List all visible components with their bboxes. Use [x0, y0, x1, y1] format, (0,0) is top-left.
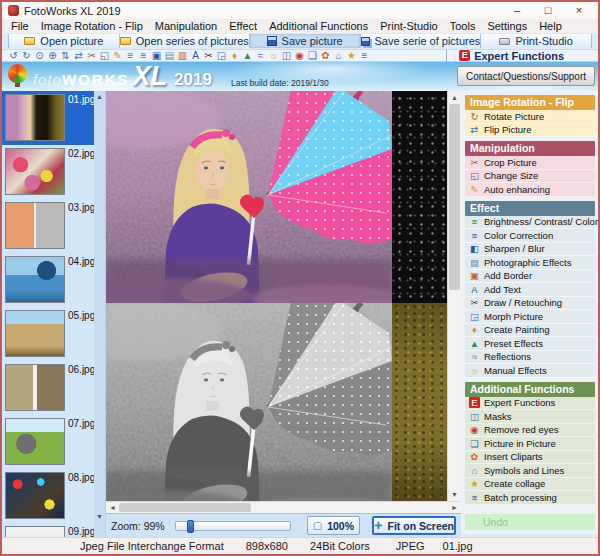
sharpen-blur-icon[interactable]: ▣ [150, 50, 163, 62]
zoom-100-button[interactable]: ▢ 100% [307, 516, 360, 535]
panel-function-item[interactable]: ★ Create collage [465, 478, 595, 492]
panel-function-item[interactable]: ♦ Create Painting [465, 324, 595, 338]
status-file-type: JPEG [396, 540, 425, 552]
masks-icon[interactable]: ◫ [280, 50, 293, 62]
panel-function-item[interactable]: ▲ Preset Effects [465, 337, 595, 351]
zoom-slider[interactable] [175, 521, 291, 531]
panel-function-item[interactable]: ≡ Brightness/ Contrast/ Color [465, 216, 595, 230]
thumbnail-list-item[interactable]: 09.jpg [2, 523, 105, 537]
file-toolbar-button[interactable]: Open series of pictures [120, 34, 250, 48]
flip-icon[interactable]: ⇄ [72, 50, 85, 62]
panel-function-item[interactable]: ◉ Remove red eyes [465, 424, 595, 438]
batch-processing-icon[interactable]: ≡ [358, 50, 371, 62]
menu-item[interactable]: Print-Studio [374, 19, 443, 33]
photographic-effects-icon[interactable]: ▤ [163, 50, 176, 62]
draw-retouching-icon[interactable]: ✂ [202, 50, 215, 62]
scroll-right-icon[interactable]: ► [451, 502, 458, 513]
rotate-180-icon[interactable]: ⇅ [59, 50, 72, 62]
maximize-button[interactable]: □ [535, 2, 561, 19]
menu-item[interactable]: Tools [444, 19, 482, 33]
panel-function-item[interactable]: ◫ Masks [465, 410, 595, 424]
rotate-cw-icon[interactable]: ⊕ [46, 50, 59, 62]
manual-effects-icon[interactable]: ☼ [267, 50, 280, 62]
panel-function-item[interactable]: ↻ Rotate Picture [465, 110, 595, 124]
symbols-lines-icon[interactable]: ⌂ [332, 50, 345, 62]
canvas-horizontal-scrollbar[interactable]: ◄ ► [106, 501, 461, 513]
panel-function-item[interactable]: ☼ Manual Effects [465, 364, 595, 378]
thumbnail-list-item[interactable]: 03.jpg [2, 199, 105, 253]
undo-button[interactable]: Undo [465, 514, 595, 530]
menu-item[interactable]: Additional Functions [263, 19, 374, 33]
panel-function-item[interactable]: ◧ Sharpen / Blur [465, 243, 595, 257]
panel-function-item[interactable]: ▤ Photographic Effects [465, 256, 595, 270]
thumbnail-list-item[interactable]: 06.jpg [2, 361, 105, 415]
reflections-icon[interactable]: ≈ [254, 50, 267, 62]
image-canvas[interactable]: ▲ ▼ [106, 91, 461, 501]
contact-support-button[interactable]: Contact/Questions/Support [457, 66, 595, 86]
file-toolbar-button[interactable]: Print-Studio [481, 34, 592, 48]
panel-function-item[interactable]: ✂ Draw / Retouching [465, 297, 595, 311]
panel-function-item[interactable]: ✎ Auto enhancing [465, 183, 595, 197]
thumbnail-list-item[interactable]: 08.jpg [2, 469, 105, 523]
morph-picture-icon[interactable]: ◲ [215, 50, 228, 62]
panel-function-item[interactable]: ❏ Picture in Picture [465, 437, 595, 451]
file-toolbar-button[interactable]: Open picture [8, 34, 120, 48]
horizontal-scroll-thumb[interactable] [119, 503, 251, 512]
panel-function-item[interactable]: ◲ Morph Picture [465, 310, 595, 324]
remove-red-eyes-icon[interactable]: ◉ [293, 50, 306, 62]
thumbnail-scroll-up-icon[interactable]: ▲ [94, 91, 105, 103]
expert-functions-toolbar-button[interactable]: E Expert Functions [446, 50, 564, 62]
preset-effects-icon[interactable]: ▲ [241, 50, 254, 62]
change-size-icon[interactable]: ◱ [98, 50, 111, 62]
panel-function-item[interactable]: ⇄ Flip Picture [465, 124, 595, 138]
panel-function-item[interactable]: ✂ Crop Picture [465, 156, 595, 170]
color-correction-icon[interactable]: ≡ [137, 50, 150, 62]
fit-on-screen-button[interactable]: ✚ Fit on Screen [372, 516, 456, 535]
insert-cliparts-icon[interactable]: ✿ [319, 50, 332, 62]
add-text-icon[interactable]: A [189, 50, 202, 62]
panel-function-item[interactable]: A Add Text [465, 283, 595, 297]
menu-item[interactable]: Help [533, 19, 568, 33]
menu-item[interactable]: File [5, 19, 35, 33]
close-button[interactable]: × [566, 2, 592, 19]
scroll-left-icon[interactable]: ◄ [109, 502, 116, 513]
panel-function-item[interactable]: ≈ Reflections [465, 351, 595, 365]
brightness-contrast-icon[interactable]: ≡ [124, 50, 137, 62]
menu-item[interactable]: Manipulation [149, 19, 223, 33]
rotate-right-icon[interactable]: ↻ [20, 50, 33, 62]
panel-function-item[interactable]: ≡ Color Correction [465, 229, 595, 243]
rotate-ccw-icon[interactable]: ⊙ [33, 50, 46, 62]
scroll-down-icon[interactable]: ▼ [448, 488, 461, 501]
canvas-vertical-scrollbar[interactable]: ▲ ▼ [447, 91, 461, 501]
create-painting-icon[interactable]: ♦ [228, 50, 241, 62]
minimize-button[interactable]: – [504, 2, 530, 19]
vertical-scroll-thumb[interactable] [449, 104, 460, 290]
thumbnail-list-item[interactable]: 05.jpg [2, 307, 105, 361]
thumbnail-list-item[interactable]: 07.jpg [2, 415, 105, 469]
create-collage-icon[interactable]: ★ [345, 50, 358, 62]
file-toolbar-button[interactable]: Save serie of pictures [361, 34, 482, 48]
panel-function-item[interactable]: E Expert Functions [465, 397, 595, 411]
thumbnail-list-item[interactable]: 02.jpg [2, 145, 105, 199]
add-border-icon[interactable]: ▥ [176, 50, 189, 62]
file-toolbar-button[interactable]: Save picture [250, 34, 361, 48]
thumbnail-list-item[interactable]: 04.jpg [2, 253, 105, 307]
thumbnail-scrollbar[interactable]: ▲ ▼ [94, 91, 105, 537]
auto-enhance-icon[interactable]: ✎ [111, 50, 124, 62]
panel-function-item[interactable]: ◱ Change Size [465, 170, 595, 184]
panel-function-item[interactable]: ≡ Batch processing [465, 491, 595, 505]
panel-function-item[interactable]: ✿ Insert Cliparts [465, 451, 595, 465]
thumbnail-scroll-down-icon[interactable]: ▼ [94, 511, 105, 523]
menu-item[interactable]: Image Rotation - Flip [35, 19, 149, 33]
picture-in-picture-icon[interactable]: ❏ [306, 50, 319, 62]
window-title: FotoWorks XL 2019 [24, 5, 499, 17]
crop-icon[interactable]: ✂ [85, 50, 98, 62]
menu-item[interactable]: Effect [223, 19, 263, 33]
zoom-slider-thumb[interactable] [187, 520, 194, 533]
panel-function-item[interactable]: ▣ Add Border [465, 270, 595, 284]
panel-function-item[interactable]: ⌂ Symbols and Lines [465, 464, 595, 478]
thumbnail-list-item[interactable]: 01.jpg [2, 91, 105, 145]
rotate-left-icon[interactable]: ↺ [7, 50, 20, 62]
scroll-up-icon[interactable]: ▲ [448, 91, 461, 104]
menu-item[interactable]: Settings [481, 19, 533, 33]
